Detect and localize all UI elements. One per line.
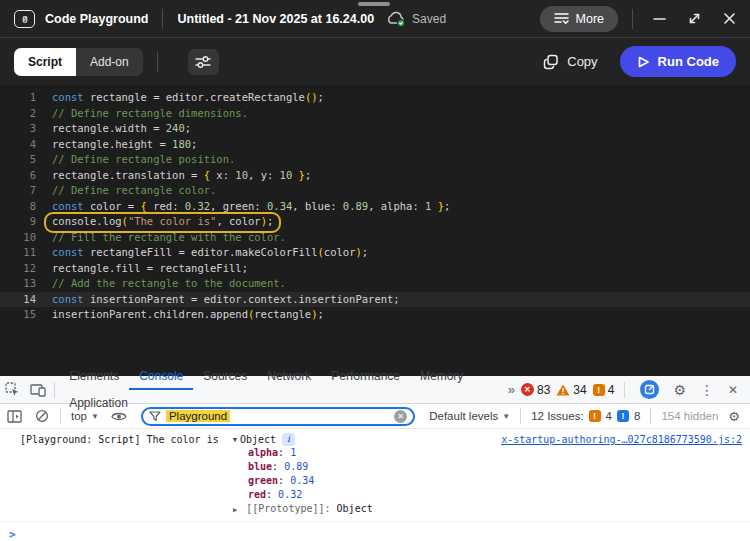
warning-icon [556,384,570,396]
code-text: const rectangleFill = editor.makeColorFi… [36,245,368,261]
divider [60,408,61,424]
console-sidebar-button[interactable] [0,403,28,430]
code-line[interactable]: 14const insertionParent = editor.context… [0,292,750,308]
live-expression-button[interactable] [105,403,133,430]
breaking-change-issues-icon: ! [617,410,629,422]
more-button[interactable]: More [540,6,618,32]
expand-triangle-icon[interactable]: ▶ [233,506,237,514]
code-text: // Fill the rectangle with the color. [36,230,286,246]
code-line[interactable]: 7// Define rectangle color. [0,183,750,199]
devtools-tab-sources[interactable]: Sources [193,363,257,390]
devtools-tab-console[interactable]: Console [129,363,193,390]
log-levels-selector[interactable]: Default levels▼ [423,410,516,422]
prototype-row[interactable]: ▶ [[Prototype]]: Object [20,502,742,517]
line-number: 7 [0,183,36,199]
object-property-row: alpha: 1 [20,446,742,460]
code-line[interactable]: 12rectangle.fill = rectangleFill; [0,261,750,277]
code-line[interactable]: 4rectangle.height = 180; [0,137,750,153]
code-line[interactable]: 5// Define rectangle position. [0,152,750,168]
code-line[interactable]: 3rectangle.width = 240; [0,121,750,137]
context-selector[interactable]: top▼ [65,410,105,422]
device-toolbar-button[interactable] [25,376,50,403]
play-icon [637,55,650,69]
console-settings-button[interactable]: ⚙ [724,409,744,424]
object-property-row: green: 0.34 [20,474,742,488]
devtools-menu-button[interactable]: ⋮ [696,382,718,398]
inspect-icon [5,382,20,397]
code-line[interactable]: 13// Add the rectangle to the document. [0,276,750,292]
console-prompt-row[interactable]: > [0,522,750,541]
property-name: alpha [248,447,278,458]
property-name: green [248,475,278,486]
extension-icon [640,380,659,399]
more-label: More [576,12,604,26]
divider [650,408,651,424]
code-line[interactable]: 2// Define rectangle dimensions. [0,106,750,122]
issues-count[interactable]: ! 4 [593,383,615,397]
divider [520,408,521,424]
error-count[interactable]: ✕ 83 [521,383,550,397]
run-code-label: Run Code [658,54,719,69]
code-line[interactable]: 1const rectangle = editor.createRectangl… [0,90,750,106]
issues-summary[interactable]: 12 Issues: ! 4 ! 8 [525,410,646,422]
warning-count[interactable]: 34 [556,383,586,397]
filter-value: Playground [166,410,230,422]
devtools-close-button[interactable]: ✕ [724,383,742,397]
code-line[interactable]: 6rectangle.translation = { x: 10, y: 10 … [0,168,750,184]
devtools-tab-performance[interactable]: Performance [321,363,410,390]
code-line[interactable]: 15insertionParent.children.append(rectan… [0,307,750,323]
devtools-settings-button[interactable]: ⚙ [669,382,690,398]
info-icon[interactable]: i [282,433,295,446]
code-text: // Define rectangle position. [36,152,235,168]
line-number: 10 [0,230,36,246]
devtools-tab-memory[interactable]: Memory [410,363,473,390]
save-status: Saved [412,12,446,26]
inspect-element-button[interactable] [0,376,25,403]
collapse-triangle-icon[interactable]: ▼ [233,436,237,444]
property-value: 0.34 [290,475,314,486]
clear-filter-button[interactable]: ✕ [394,410,407,423]
devtools-extension-button[interactable] [635,376,663,403]
close-icon: ✕ [728,383,738,397]
settings-sliders-button[interactable] [188,49,219,75]
code-line[interactable]: 10// Fill the rectangle with the color. [0,230,750,246]
kebab-icon: ⋮ [700,382,714,398]
property-name: red [248,489,266,500]
code-line[interactable]: 11const rectangleFill = editor.makeColor… [0,245,750,261]
line-number: 14 [0,292,36,308]
tab-addon[interactable]: Add-on [76,48,143,76]
drag-handle[interactable] [358,2,390,6]
device-toolbar-icon [30,383,46,397]
mode-switcher: Script Add-on [14,48,143,76]
resize-button[interactable] [688,12,701,25]
line-number: 1 [0,90,36,106]
line-number: 6 [0,168,36,184]
copy-icon [543,54,559,70]
object-label[interactable]: Object [240,434,276,445]
more-tabs-button[interactable]: » [502,382,521,397]
more-lines-icon [554,12,569,25]
code-editor[interactable]: 1const rectangle = editor.createRectangl… [0,85,750,376]
property-value: 0.32 [278,489,302,500]
object-property-row: blue: 0.89 [20,460,742,474]
run-code-button[interactable]: Run Code [620,46,736,77]
line-number: 4 [0,137,36,153]
prototype-value: Object [337,503,373,514]
minimize-button[interactable] [653,12,666,25]
console-prompt-chevron: > [9,528,16,541]
clear-console-button[interactable] [28,403,56,430]
copy-button[interactable]: Copy [543,54,597,70]
console-sidebar-icon [7,410,22,423]
code-text: // Define rectangle color. [36,183,216,199]
property-value: 1 [290,447,296,458]
tab-script[interactable]: Script [14,48,76,76]
devtools-tab-network[interactable]: Network [257,363,321,390]
copy-label: Copy [567,54,597,69]
devtools-tab-elements[interactable]: Elements [59,363,129,390]
console-filter-input[interactable]: Playground ✕ [141,407,415,426]
code-line[interactable]: 9console.log("The color is", color); [0,214,750,230]
source-link[interactable]: x-startup-authoring-…027c8186773590.js:2 [501,434,742,445]
close-button[interactable] [723,12,736,25]
line-number: 5 [0,152,36,168]
chevron-down-icon: ▼ [91,412,99,421]
